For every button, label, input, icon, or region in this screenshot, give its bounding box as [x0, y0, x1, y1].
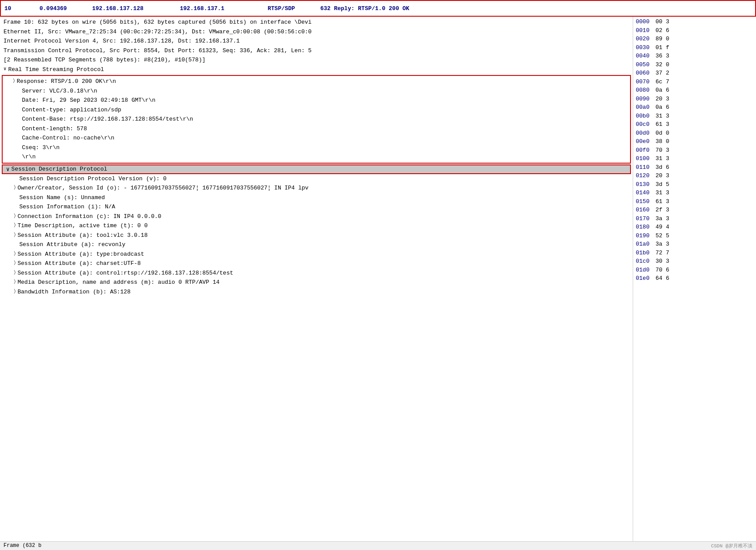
- hex-offset: 0180: [636, 223, 656, 232]
- hex-bytes: 0a 6: [656, 103, 753, 112]
- hex-row: 00f070 3: [635, 146, 754, 155]
- sdp-bandwidth-text: Bandwidth Information (b): AS:128: [18, 288, 130, 296]
- rtsp-response-line[interactable]: 〉 Response: RTSP/1.0 200 OK\r\n: [3, 77, 630, 86]
- sdp-conn-icon[interactable]: 〉: [14, 212, 16, 220]
- bottom-bar: Frame (632 b CSDN @岁月稚不淡: [0, 541, 756, 550]
- packet-src: 192.168.137.128: [92, 5, 180, 12]
- tcp-text: Transmission Control Protocol, Src Port:…: [4, 46, 312, 55]
- sdp-media-icon[interactable]: 〉: [14, 278, 16, 286]
- content-length-line[interactable]: Content-length: 578: [3, 124, 630, 134]
- rtsp-collapse-icon[interactable]: ∨: [4, 65, 7, 73]
- sdp-attr-tool-text: Session Attribute (a): tool:vlc 3.0.18: [18, 231, 147, 240]
- sdp-name-line[interactable]: Session Name (s): Unnamed: [0, 193, 633, 203]
- sdp-attr-control-text: Session Attribute (a): control:rtsp://19…: [18, 269, 233, 278]
- sdp-info-text: Session Information (i): N/A: [19, 203, 115, 211]
- sdp-collapse-icon[interactable]: ∨: [6, 166, 10, 173]
- selected-packet-row[interactable]: 10 0.094369 192.168.137.128 192.168.137.…: [0, 0, 756, 17]
- hex-row: 002089 0: [635, 35, 754, 43]
- sdp-attr-charset-text: Session Attribute (a): charset:UTF-8: [18, 259, 141, 268]
- content-base-line[interactable]: Content-Base: rtsp://192.168.137.128:855…: [3, 114, 630, 124]
- hex-row: 00706c 7: [635, 78, 754, 86]
- crlf-line[interactable]: \r\n: [3, 152, 630, 162]
- hex-row: 01703a 3: [635, 214, 754, 223]
- packet-details-panel[interactable]: Frame 10: 632 bytes on wire (5056 bits),…: [0, 17, 633, 541]
- server-line[interactable]: Server: VLC/3.0.18\r\n: [3, 86, 630, 96]
- ethernet-line[interactable]: Ethernet II, Src: VMware_72:25:34 (00:0c…: [0, 27, 633, 37]
- sdp-attr-tool-icon[interactable]: 〉: [14, 231, 16, 239]
- sdp-attr-charset-icon[interactable]: 〉: [14, 259, 16, 267]
- hex-offset: 0140: [636, 189, 656, 197]
- hex-offset: 00e0: [636, 137, 656, 146]
- hex-row: 014031 3: [635, 189, 754, 197]
- reassembled-line[interactable]: [2 Reassembled TCP Segments (788 bytes):…: [0, 55, 633, 65]
- rtsp-response-text: Response: RTSP/1.0 200 OK\r\n: [17, 77, 116, 86]
- hex-bytes: 36 3: [656, 52, 753, 61]
- sdp-conn-line[interactable]: 〉 Connection Information (c): IN IP4 0.0…: [0, 212, 633, 221]
- hex-bytes: 70 6: [656, 266, 753, 275]
- sdp-owner-text: Owner/Creator, Session Id (o): - 1677160…: [18, 184, 308, 193]
- hex-offset: 0060: [636, 69, 656, 78]
- hex-offset: 0030: [636, 43, 656, 52]
- sdp-media-text: Media Description, name and address (m):…: [18, 278, 219, 287]
- hex-row: 010031 3: [635, 154, 754, 163]
- hex-bytes: 6c 7: [656, 78, 753, 86]
- sdp-time-line[interactable]: 〉 Time Description, active time (t): 0 0: [0, 221, 633, 231]
- sdp-attr-charset-line[interactable]: 〉 Session Attribute (a): charset:UTF-8: [0, 259, 633, 268]
- frame-line[interactable]: Frame 10: 632 bytes on wire (5056 bits),…: [0, 18, 633, 27]
- sdp-time-text: Time Description, active time (t): 0 0: [18, 221, 147, 230]
- sdp-time-icon[interactable]: 〉: [14, 221, 16, 229]
- watermark: CSDN @岁月稚不淡: [711, 543, 752, 549]
- sdp-attr-type-line[interactable]: 〉 Session Attribute (a): type:broadcast: [0, 250, 633, 259]
- response-expand-icon[interactable]: 〉: [13, 77, 15, 85]
- content-base-text: Content-Base: rtsp://192.168.137.128:855…: [22, 115, 193, 124]
- rtsp-label-line[interactable]: ∨ Real Time Streaming Protocol: [0, 65, 633, 75]
- sdp-bandwidth-icon[interactable]: 〉: [14, 288, 16, 295]
- packet-time: 0.094369: [39, 5, 92, 12]
- hex-offset: 0110: [636, 163, 656, 172]
- sdp-owner-line[interactable]: 〉 Owner/Creator, Session Id (o): - 16771…: [0, 183, 633, 193]
- crlf-text: \r\n: [22, 153, 36, 161]
- hex-offset: 0020: [636, 35, 656, 43]
- hex-offset: 00a0: [636, 103, 656, 112]
- sdp-attr-tool-line[interactable]: 〉 Session Attribute (a): tool:vlc 3.0.18: [0, 231, 633, 240]
- hex-row: 00c061 3: [635, 120, 754, 129]
- sdp-attr-type-icon[interactable]: 〉: [14, 250, 16, 257]
- sdp-header-row[interactable]: ∨ Session Description Protocol: [2, 164, 631, 174]
- hex-offset: 00f0: [636, 146, 656, 155]
- hex-row: 00b031 3: [635, 112, 754, 121]
- sdp-bandwidth-line[interactable]: 〉 Bandwidth Information (b): AS:128: [0, 287, 633, 297]
- ethernet-text: Ethernet II, Src: VMware_72:25:34 (00:0c…: [4, 28, 312, 36]
- hex-bytes: 00 3: [656, 18, 753, 26]
- rtsp-label-text: Real Time Streaming Protocol: [8, 65, 104, 74]
- sdp-conn-text: Connection Information (c): IN IP4 0.0.0…: [18, 212, 161, 221]
- sdp-version-line[interactable]: Session Description Protocol Version (v)…: [0, 174, 633, 184]
- sdp-info-line[interactable]: Session Information (i): N/A: [0, 202, 633, 212]
- sdp-media-line[interactable]: 〉 Media Description, name and address (m…: [0, 278, 633, 287]
- hex-bytes: 32 0: [656, 61, 753, 69]
- hex-bytes: 0a 6: [656, 86, 753, 95]
- hex-row: 00e038 0: [635, 137, 754, 146]
- sdp-owner-icon[interactable]: 〉: [14, 184, 16, 191]
- ip-line[interactable]: Internet Protocol Version 4, Src: 192.16…: [0, 36, 633, 46]
- hex-bytes: 37 2: [656, 69, 753, 78]
- hex-offset: 0040: [636, 52, 656, 61]
- date-line[interactable]: Date: Fri, 29 Sep 2023 02:49:18 GMT\r\n: [3, 96, 630, 105]
- hex-row: 01a03a 3: [635, 240, 754, 249]
- hex-bytes: 31 3: [656, 154, 753, 163]
- sdp-attr-recvonly-line[interactable]: Session Attribute (a): recvonly: [0, 240, 633, 250]
- cache-control-line[interactable]: Cache-Control: no-cache\r\n: [3, 133, 630, 143]
- hex-offset: 0190: [636, 232, 656, 240]
- packet-proto: RTSP/SDP: [268, 5, 320, 12]
- hex-bytes: 52 5: [656, 232, 753, 240]
- hex-bytes: 20 3: [656, 95, 753, 104]
- hex-offset: 00b0: [636, 112, 656, 121]
- tcp-line[interactable]: Transmission Control Protocol, Src Port:…: [0, 46, 633, 56]
- sdp-attr-control-icon[interactable]: 〉: [14, 269, 16, 276]
- hex-row: 015061 3: [635, 197, 754, 206]
- hex-row: 004036 3: [635, 52, 754, 61]
- content-type-line[interactable]: Content-type: application/sdp: [3, 105, 630, 115]
- hex-row: 01303d 5: [635, 180, 754, 189]
- cseq-line[interactable]: Cseq: 3\r\n: [3, 143, 630, 153]
- sdp-attr-control-line[interactable]: 〉 Session Attribute (a): control:rtsp://…: [0, 268, 633, 278]
- hex-offset: 0150: [636, 197, 656, 206]
